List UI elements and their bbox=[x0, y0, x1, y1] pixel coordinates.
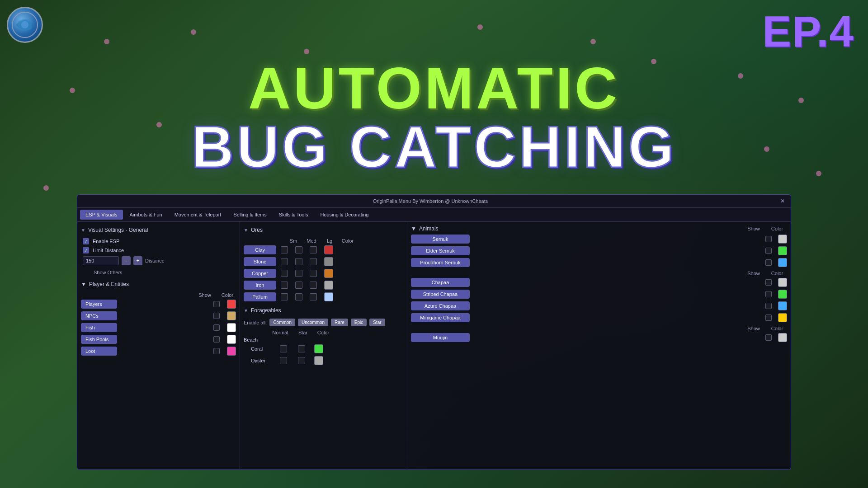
npcs-button[interactable]: NPCs bbox=[81, 311, 117, 320]
palium-button[interactable]: Palium bbox=[244, 292, 276, 301]
iron-lg-checkbox[interactable] bbox=[310, 282, 317, 289]
uncommon-button[interactable]: Uncommon bbox=[298, 319, 328, 326]
stone-color-swatch[interactable] bbox=[324, 257, 333, 266]
fish-pools-button[interactable]: Fish Pools bbox=[81, 335, 117, 344]
animals-header-row: ▼ Animals Show Color bbox=[411, 225, 787, 232]
episode-badge: EP.4 bbox=[762, 7, 854, 56]
clay-lg-checkbox[interactable] bbox=[310, 246, 317, 253]
minigame-chapaa-color-swatch[interactable] bbox=[778, 313, 787, 322]
oyster-star-checkbox[interactable] bbox=[298, 357, 305, 364]
players-color-swatch[interactable] bbox=[227, 300, 236, 309]
elder-sernuk-button[interactable]: Elder Sernuk bbox=[411, 246, 470, 255]
azure-chapaa-color-swatch[interactable] bbox=[778, 301, 787, 310]
muujin-show-checkbox[interactable] bbox=[765, 334, 772, 341]
fish-button[interactable]: Fish bbox=[81, 323, 117, 332]
fish-pools-show-checkbox[interactable] bbox=[213, 336, 220, 343]
coral-normal-checkbox[interactable] bbox=[280, 345, 287, 352]
players-button[interactable]: Players bbox=[81, 300, 117, 309]
stone-lg-checkbox[interactable] bbox=[310, 258, 317, 265]
tab-selling-items[interactable]: Selling & Items bbox=[228, 210, 272, 220]
oyster-color-swatch[interactable] bbox=[314, 356, 323, 365]
ore-column-headers: Sm Med Lg Color bbox=[244, 238, 403, 244]
fish-pools-color-swatch[interactable] bbox=[227, 335, 236, 344]
copper-sm-checkbox[interactable] bbox=[281, 270, 288, 277]
iron-color-swatch[interactable] bbox=[324, 281, 333, 290]
enable-esp-label: Enable ESP bbox=[93, 239, 119, 244]
tab-housing-decorating[interactable]: Housing & Decorating bbox=[315, 210, 374, 220]
azure-chapaa-button[interactable]: Azure Chapaa bbox=[411, 301, 470, 310]
common-button[interactable]: Common bbox=[269, 319, 295, 326]
azure-chapaa-show-checkbox[interactable] bbox=[765, 303, 772, 309]
npcs-color-swatch[interactable] bbox=[227, 311, 236, 320]
distance-input[interactable]: 150 bbox=[83, 256, 119, 265]
logo-icon bbox=[11, 11, 38, 38]
stone-sm-checkbox[interactable] bbox=[281, 258, 288, 265]
enable-esp-checkbox[interactable]: ✓ bbox=[83, 238, 89, 244]
animal-row-chapaa: Chapaa bbox=[411, 278, 787, 287]
tab-movement-teleport[interactable]: Movement & Teleport bbox=[169, 210, 227, 220]
muujin-color-swatch[interactable] bbox=[778, 333, 787, 342]
loot-button[interactable]: Loot bbox=[81, 347, 117, 356]
svg-point-1 bbox=[21, 21, 28, 28]
tab-skills-tools[interactable]: Skills & Tools bbox=[274, 210, 314, 220]
loot-color-swatch[interactable] bbox=[227, 347, 236, 356]
chapaa-color-swatch[interactable] bbox=[778, 278, 787, 287]
entity-row-fish: Fish bbox=[81, 323, 236, 332]
stone-button[interactable]: Stone bbox=[244, 257, 276, 266]
epic-button[interactable]: Epic bbox=[351, 319, 367, 326]
clay-button[interactable]: Clay bbox=[244, 245, 276, 254]
striped-chapaa-button[interactable]: Striped Chapaa bbox=[411, 290, 470, 299]
stone-med-checkbox[interactable] bbox=[295, 258, 302, 265]
palium-med-checkbox[interactable] bbox=[295, 293, 302, 300]
enable-all-row: Enable all: Common Uncommon Rare Epic St… bbox=[244, 319, 403, 326]
rare-button[interactable]: Rare bbox=[331, 319, 348, 326]
players-show-checkbox[interactable] bbox=[213, 301, 220, 307]
clay-sm-checkbox[interactable] bbox=[281, 246, 288, 253]
elder-sernuk-color-swatch[interactable] bbox=[778, 246, 787, 255]
palium-lg-checkbox[interactable] bbox=[310, 293, 317, 300]
proudhorn-sernuk-color-swatch[interactable] bbox=[778, 258, 787, 267]
coral-label: Coral bbox=[251, 346, 274, 352]
palium-sm-checkbox[interactable] bbox=[281, 293, 288, 300]
ui-panel: OriginPalia Menu By Wimberton @ UnknownC… bbox=[77, 194, 791, 470]
iron-med-checkbox[interactable] bbox=[295, 282, 302, 289]
iron-sm-checkbox[interactable] bbox=[281, 282, 288, 289]
copper-lg-checkbox[interactable] bbox=[310, 270, 317, 277]
loot-show-checkbox[interactable] bbox=[213, 348, 220, 354]
npcs-show-checkbox[interactable] bbox=[213, 313, 220, 319]
sernuk-color-swatch[interactable] bbox=[778, 235, 787, 244]
star-button[interactable]: Star bbox=[369, 319, 385, 326]
striped-chapaa-color-swatch[interactable] bbox=[778, 290, 787, 299]
chapaa-button[interactable]: Chapaa bbox=[411, 278, 470, 287]
tab-aimbots-fun[interactable]: Aimbots & Fun bbox=[124, 210, 168, 220]
coral-color-swatch[interactable] bbox=[314, 344, 323, 353]
striped-chapaa-show-checkbox[interactable] bbox=[765, 291, 772, 297]
copper-color-swatch[interactable] bbox=[324, 269, 333, 278]
proudhorn-sernuk-show-checkbox[interactable] bbox=[765, 259, 772, 266]
muujin-button[interactable]: Muujin bbox=[411, 333, 470, 342]
limit-distance-checkbox[interactable]: ✓ bbox=[83, 247, 89, 253]
animal-row-striped-chapaa: Striped Chapaa bbox=[411, 290, 787, 299]
minigame-chapaa-show-checkbox[interactable] bbox=[765, 314, 772, 321]
sernuk-show-checkbox[interactable] bbox=[765, 236, 772, 242]
clay-color-swatch[interactable] bbox=[324, 245, 333, 254]
tab-esp-visuals[interactable]: ESP & Visuals bbox=[80, 210, 123, 220]
palium-color-swatch[interactable] bbox=[324, 292, 333, 301]
iron-button[interactable]: Iron bbox=[244, 281, 276, 290]
sernuk-button[interactable]: Sernuk bbox=[411, 235, 470, 244]
oyster-label: Oyster bbox=[251, 358, 274, 363]
fish-show-checkbox[interactable] bbox=[213, 324, 220, 331]
minigame-chapaa-button[interactable]: Minigame Chapaa bbox=[411, 313, 470, 322]
chapaa-show-checkbox[interactable] bbox=[765, 279, 772, 286]
distance-minus-button[interactable]: - bbox=[122, 256, 131, 265]
fish-color-swatch[interactable] bbox=[227, 323, 236, 332]
clay-med-checkbox[interactable] bbox=[295, 246, 302, 253]
copper-med-checkbox[interactable] bbox=[295, 270, 302, 277]
elder-sernuk-show-checkbox[interactable] bbox=[765, 248, 772, 254]
oyster-normal-checkbox[interactable] bbox=[280, 357, 287, 364]
proudhorn-sernuk-button[interactable]: Proudhorn Sernuk bbox=[411, 258, 470, 267]
coral-star-checkbox[interactable] bbox=[298, 345, 305, 352]
panel-close-button[interactable]: ✕ bbox=[779, 197, 786, 205]
distance-plus-button[interactable]: + bbox=[133, 256, 142, 265]
copper-button[interactable]: Copper bbox=[244, 269, 276, 278]
